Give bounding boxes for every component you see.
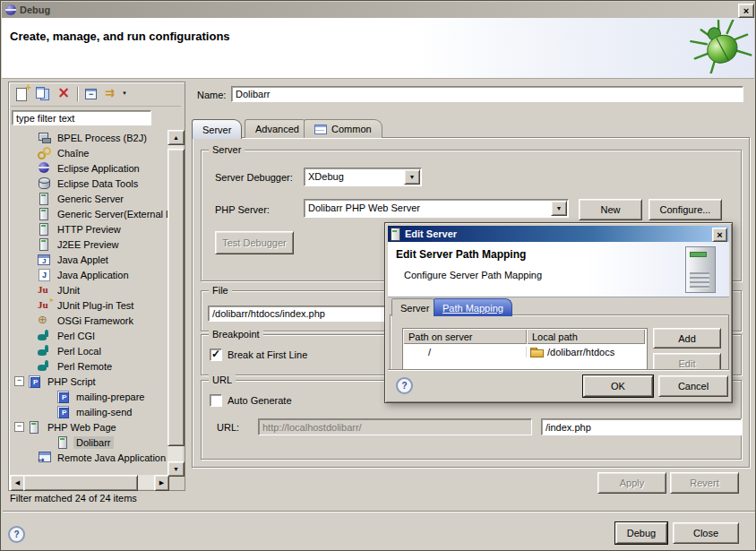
tree-item-perl-cgi[interactable]: Perl CGI xyxy=(10,328,168,343)
server-debugger-select[interactable]: XDebug xyxy=(304,168,422,186)
tree-item-perl-remote[interactable]: Perl Remote xyxy=(10,358,168,374)
tree-item-perl-local[interactable]: Perl Local xyxy=(10,343,168,358)
tree-item-java-applet[interactable]: Java Applet xyxy=(10,252,168,267)
scroll-up-button[interactable]: ▲ xyxy=(168,130,185,145)
tree-item-label: Dolibarr xyxy=(73,436,114,449)
tree-item-label: BPEL Process (B2J) xyxy=(55,132,150,144)
edit-button[interactable]: Edit xyxy=(653,353,721,371)
dialog-tab-path-mapping[interactable]: Path Mapping xyxy=(434,298,512,316)
name-input[interactable] xyxy=(231,86,743,102)
tab-common[interactable]: Common xyxy=(304,119,382,138)
footer-separator xyxy=(3,511,755,512)
tab-advanced[interactable]: Advanced xyxy=(245,119,310,138)
perl-icon xyxy=(38,344,52,357)
expander-minus-icon[interactable]: − xyxy=(14,422,24,432)
tree-item-junit[interactable]: JUnit xyxy=(10,282,168,297)
new-server-button[interactable]: New xyxy=(579,199,642,220)
tree-item-label: HTTP Preview xyxy=(55,223,124,236)
dropdown-arrow-icon[interactable] xyxy=(551,201,567,216)
breakpoint-group-label: Breakpoint xyxy=(209,329,263,340)
dialog-header: Edit Server Path Mapping Configure Serve… xyxy=(388,242,729,297)
php-server-icon xyxy=(56,435,71,449)
perl-icon xyxy=(38,359,52,373)
ok-button[interactable]: OK xyxy=(583,375,653,397)
tree-item-mailing-prepare[interactable]: mailing-prepare xyxy=(10,389,168,404)
url-base-input[interactable] xyxy=(258,418,532,435)
break-first-line-checkbox[interactable] xyxy=(210,349,222,361)
duplicate-button[interactable] xyxy=(33,85,52,103)
folder-icon xyxy=(530,347,544,357)
tab-server[interactable]: Server xyxy=(192,119,242,139)
column-header-path-on-server[interactable]: Path on server xyxy=(403,329,527,344)
filter-input[interactable] xyxy=(12,110,151,125)
test-debugger-button[interactable]: Test Debugger xyxy=(215,231,294,254)
tree-item-j2ee-preview[interactable]: J2EE Preview xyxy=(10,237,168,252)
dialog-titlebar[interactable]: Edit Server xyxy=(388,226,729,242)
scroll-down-button[interactable]: ▼ xyxy=(168,461,185,477)
bpel-process-icon xyxy=(38,131,52,144)
auto-generate-label: Auto Generate xyxy=(228,395,292,406)
applet-icon xyxy=(38,253,52,266)
add-button[interactable]: Add xyxy=(653,328,721,349)
banner: Create, manage, and run configurations xyxy=(2,18,754,79)
scroll-right-button[interactable]: ▶ xyxy=(154,475,169,491)
dialog-tab-server[interactable]: Server xyxy=(391,298,438,316)
tree-item-label: Perl Local xyxy=(55,345,104,357)
url-group-label: URL xyxy=(209,375,236,386)
window-close-button[interactable] xyxy=(738,4,754,18)
new-config-button[interactable] xyxy=(13,85,31,103)
tree-item-osgi-framework[interactable]: OSGi Framework xyxy=(10,313,168,328)
path-mapping-table[interactable]: Path on server Local path //dolibarr/htd… xyxy=(402,328,648,371)
php-server-select[interactable]: Dolibarr PHP Web Server xyxy=(304,199,569,218)
tree-item-label: Chaîne xyxy=(55,147,91,159)
dialog-subheading: Configure Server Path Mapping xyxy=(404,270,542,280)
dialog-close-button[interactable] xyxy=(712,228,727,242)
tree-item-junit-plug-in-test[interactable]: JUnit Plug-in Test xyxy=(10,297,168,313)
path-mapping-row[interactable]: //dolibarr/htdocs xyxy=(403,344,647,359)
window-titlebar[interactable]: Debug xyxy=(2,2,756,18)
close-button[interactable]: Close xyxy=(673,522,739,544)
local-path-cell: /dolibarr/htdocs xyxy=(527,347,645,357)
apply-button[interactable]: Apply xyxy=(597,472,666,494)
tree-item-label: Perl Remote xyxy=(55,360,115,373)
scroll-thumb[interactable] xyxy=(168,149,185,446)
tree-item-generic-server-external-la[interactable]: Generic Server(External La xyxy=(10,206,168,221)
server-icon xyxy=(38,192,52,205)
expander-minus-icon[interactable]: − xyxy=(14,376,24,386)
revert-button[interactable]: Revert xyxy=(670,472,739,494)
tree-item-php-script[interactable]: −PHP Script xyxy=(10,374,168,389)
path-mapping-panel: Path on server Local path //dolibarr/htd… xyxy=(390,314,729,371)
tree-horizontal-scrollbar[interactable]: ◀ ▶ xyxy=(10,475,168,489)
filter-button[interactable] xyxy=(103,85,122,103)
tree-item-generic-server[interactable]: Generic Server xyxy=(10,191,168,206)
tree-item-dolibarr[interactable]: Dolibarr xyxy=(10,435,168,450)
tree-item-bpel-process-b2j[interactable]: BPEL Process (B2J) xyxy=(10,130,168,145)
tree-vertical-scrollbar[interactable]: ▲ ▼ xyxy=(168,130,183,475)
tree-item-http-preview[interactable]: HTTP Preview xyxy=(10,221,168,237)
php-icon xyxy=(56,405,71,418)
help-icon[interactable] xyxy=(8,526,25,543)
tree-item-label: Generic Server xyxy=(55,193,126,205)
cancel-button[interactable]: Cancel xyxy=(658,375,728,397)
dialog-help-icon[interactable] xyxy=(396,377,413,394)
column-header-local-path[interactable]: Local path xyxy=(527,329,645,344)
tree-item-cha-ne[interactable]: Chaîne xyxy=(10,145,168,160)
url-path-input[interactable] xyxy=(541,418,742,435)
tree-item-java-application[interactable]: Java Application xyxy=(10,267,168,282)
filter-menu-caret[interactable] xyxy=(120,85,129,103)
tree-item-eclipse-application[interactable]: Eclipse Application xyxy=(10,160,168,176)
configure-button[interactable]: Configure... xyxy=(649,199,722,220)
collapse-all-button[interactable] xyxy=(82,85,100,103)
server-path-cell: / xyxy=(403,347,527,357)
tree-item-remote-java-application[interactable]: Remote Java Application xyxy=(10,450,168,465)
auto-generate-checkbox[interactable] xyxy=(210,394,222,407)
tree-item-php-web-page[interactable]: −PHP Web Page xyxy=(10,419,168,435)
scroll-thumb[interactable] xyxy=(23,475,138,491)
debug-button[interactable]: Debug xyxy=(615,522,667,544)
tree-item-mailing-send[interactable]: mailing-send xyxy=(10,404,168,419)
tree-item-eclipse-data-tools[interactable]: Eclipse Data Tools xyxy=(10,176,168,191)
delete-button[interactable] xyxy=(54,85,73,103)
php-icon xyxy=(28,375,42,388)
tree-item-label: JUnit xyxy=(55,284,82,297)
dropdown-arrow-icon[interactable] xyxy=(404,169,420,185)
